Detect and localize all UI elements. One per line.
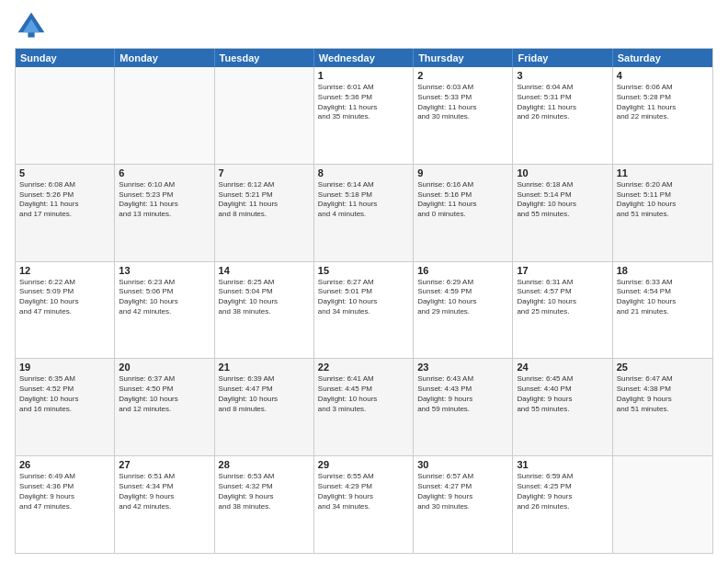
calendar-body: 1Sunrise: 6:01 AMSunset: 5:36 PMDaylight… bbox=[16, 67, 712, 553]
cell-line: Daylight: 11 hours bbox=[617, 103, 709, 113]
cell-line: Sunset: 4:45 PM bbox=[318, 385, 409, 395]
cell-line: Sunset: 5:06 PM bbox=[119, 287, 210, 297]
calendar-row-3: 19Sunrise: 6:35 AMSunset: 4:52 PMDayligh… bbox=[16, 358, 712, 455]
day-number: 3 bbox=[517, 70, 608, 81]
cell-line: Sunrise: 6:31 AM bbox=[517, 278, 608, 288]
day-number: 16 bbox=[417, 265, 508, 276]
cell-line: Sunrise: 6:47 AM bbox=[617, 374, 709, 385]
cell-line: and 4 minutes. bbox=[318, 210, 409, 220]
cell-line: Sunset: 5:11 PM bbox=[617, 190, 709, 201]
day-number: 22 bbox=[318, 362, 409, 373]
cell-line: and 26 minutes. bbox=[517, 112, 608, 122]
cell-line: Sunrise: 6:35 AM bbox=[19, 374, 110, 385]
cell-line: Sunrise: 6:45 AM bbox=[517, 374, 608, 385]
cell-line: Sunset: 4:50 PM bbox=[119, 385, 210, 395]
cell-line: Sunset: 5:36 PM bbox=[318, 93, 409, 103]
cell-line: and 0 minutes. bbox=[417, 210, 508, 220]
cell-line: Sunrise: 6:16 AM bbox=[417, 180, 508, 190]
cell-line: and 12 minutes. bbox=[119, 405, 210, 415]
cell-line: Daylight: 11 hours bbox=[417, 103, 508, 113]
header-day-tuesday: Tuesday bbox=[215, 49, 314, 67]
day-number: 18 bbox=[617, 265, 709, 276]
calendar-cell-r2c4: 16Sunrise: 6:29 AMSunset: 4:59 PMDayligh… bbox=[414, 262, 513, 359]
cell-line: Daylight: 10 hours bbox=[318, 297, 409, 307]
cell-line: and 29 minutes. bbox=[417, 307, 508, 317]
cell-line: Sunrise: 6:10 AM bbox=[119, 180, 210, 190]
cell-line: Daylight: 10 hours bbox=[119, 297, 210, 307]
cell-line: Sunrise: 6:59 AM bbox=[517, 472, 608, 482]
calendar-cell-r4c3: 29Sunrise: 6:55 AMSunset: 4:29 PMDayligh… bbox=[314, 456, 414, 553]
calendar-cell-r1c1: 6Sunrise: 6:10 AMSunset: 5:23 PMDaylight… bbox=[115, 165, 214, 261]
day-number: 9 bbox=[417, 167, 508, 178]
day-number: 20 bbox=[119, 362, 210, 373]
calendar-cell-r2c1: 13Sunrise: 6:23 AMSunset: 5:06 PMDayligh… bbox=[115, 262, 214, 359]
cell-line: Sunset: 5:01 PM bbox=[318, 287, 409, 297]
cell-line: Daylight: 10 hours bbox=[617, 297, 709, 307]
cell-line: Daylight: 10 hours bbox=[517, 200, 608, 210]
cell-line: and 26 minutes. bbox=[517, 502, 608, 512]
day-number: 4 bbox=[617, 70, 709, 81]
day-number: 15 bbox=[318, 265, 409, 276]
cell-line: Daylight: 9 hours bbox=[19, 492, 110, 502]
cell-line: Daylight: 11 hours bbox=[119, 200, 210, 210]
calendar-cell-r1c0: 5Sunrise: 6:08 AMSunset: 5:26 PMDaylight… bbox=[16, 165, 115, 261]
cell-line: Sunset: 5:14 PM bbox=[517, 190, 608, 201]
cell-line: and 3 minutes. bbox=[318, 405, 409, 415]
calendar-cell-r0c3: 1Sunrise: 6:01 AMSunset: 5:36 PMDaylight… bbox=[314, 67, 414, 164]
cell-line: and 34 minutes. bbox=[318, 502, 409, 512]
cell-line: Daylight: 11 hours bbox=[517, 103, 608, 113]
cell-line: Daylight: 10 hours bbox=[318, 395, 409, 405]
cell-line: Sunset: 5:18 PM bbox=[318, 190, 409, 201]
header-day-sunday: Sunday bbox=[16, 49, 115, 67]
day-number: 25 bbox=[617, 362, 709, 373]
day-number: 12 bbox=[19, 265, 110, 276]
cell-line: Daylight: 9 hours bbox=[417, 395, 508, 405]
cell-line: Sunrise: 6:20 AM bbox=[617, 180, 709, 190]
cell-line: and 25 minutes. bbox=[517, 307, 608, 317]
cell-line: Daylight: 11 hours bbox=[19, 200, 110, 210]
cell-line: Daylight: 10 hours bbox=[219, 297, 310, 307]
cell-line: and 35 minutes. bbox=[318, 112, 409, 122]
calendar-cell-r4c1: 27Sunrise: 6:51 AMSunset: 4:34 PMDayligh… bbox=[115, 456, 214, 553]
cell-line: Sunrise: 6:49 AM bbox=[19, 472, 110, 482]
calendar-row-1: 5Sunrise: 6:08 AMSunset: 5:26 PMDaylight… bbox=[16, 164, 712, 261]
cell-line: Sunrise: 6:57 AM bbox=[417, 472, 508, 482]
cell-line: Sunrise: 6:33 AM bbox=[617, 278, 709, 288]
calendar-row-0: 1Sunrise: 6:01 AMSunset: 5:36 PMDaylight… bbox=[16, 67, 712, 164]
cell-line: Sunrise: 6:18 AM bbox=[517, 180, 608, 190]
calendar-row-2: 12Sunrise: 6:22 AMSunset: 5:09 PMDayligh… bbox=[16, 261, 712, 359]
calendar-cell-r2c2: 14Sunrise: 6:25 AMSunset: 5:04 PMDayligh… bbox=[215, 262, 314, 359]
calendar-cell-r0c2 bbox=[215, 67, 314, 164]
cell-line: and 51 minutes. bbox=[617, 405, 709, 415]
cell-line: Daylight: 10 hours bbox=[219, 395, 310, 405]
calendar-cell-r0c4: 2Sunrise: 6:03 AMSunset: 5:33 PMDaylight… bbox=[414, 67, 513, 164]
cell-line: and 47 minutes. bbox=[19, 307, 110, 317]
cell-line: Sunrise: 6:04 AM bbox=[517, 83, 608, 93]
calendar-cell-r1c6: 11Sunrise: 6:20 AMSunset: 5:11 PMDayligh… bbox=[613, 165, 712, 261]
day-number: 11 bbox=[617, 167, 709, 178]
cell-line: and 17 minutes. bbox=[19, 210, 110, 220]
cell-line: and 30 minutes. bbox=[417, 502, 508, 512]
cell-line: and 55 minutes. bbox=[517, 210, 608, 220]
calendar-cell-r3c4: 23Sunrise: 6:43 AMSunset: 4:43 PMDayligh… bbox=[414, 359, 513, 455]
cell-line: Daylight: 9 hours bbox=[417, 492, 508, 502]
cell-line: and 38 minutes. bbox=[219, 307, 310, 317]
cell-line: Daylight: 9 hours bbox=[617, 395, 709, 405]
day-number: 29 bbox=[318, 459, 409, 470]
cell-line: Sunrise: 6:23 AM bbox=[119, 278, 210, 288]
svg-rect-2 bbox=[28, 32, 34, 37]
cell-line: Sunset: 4:57 PM bbox=[517, 287, 608, 297]
calendar-cell-r2c3: 15Sunrise: 6:27 AMSunset: 5:01 PMDayligh… bbox=[314, 262, 414, 359]
day-number: 26 bbox=[19, 459, 110, 470]
cell-line: Sunset: 4:27 PM bbox=[417, 482, 508, 492]
calendar-cell-r0c5: 3Sunrise: 6:04 AMSunset: 5:31 PMDaylight… bbox=[513, 67, 612, 164]
cell-line: Sunrise: 6:01 AM bbox=[318, 83, 409, 93]
calendar-cell-r3c3: 22Sunrise: 6:41 AMSunset: 4:45 PMDayligh… bbox=[314, 359, 414, 455]
cell-line: Daylight: 10 hours bbox=[517, 297, 608, 307]
cell-line: and 55 minutes. bbox=[517, 405, 608, 415]
calendar-header: SundayMondayTuesdayWednesdayThursdayFrid… bbox=[16, 49, 712, 67]
cell-line: Sunrise: 6:22 AM bbox=[19, 278, 110, 288]
calendar-cell-r2c6: 18Sunrise: 6:33 AMSunset: 4:54 PMDayligh… bbox=[613, 262, 712, 359]
day-number: 10 bbox=[517, 167, 608, 178]
day-number: 23 bbox=[417, 362, 508, 373]
